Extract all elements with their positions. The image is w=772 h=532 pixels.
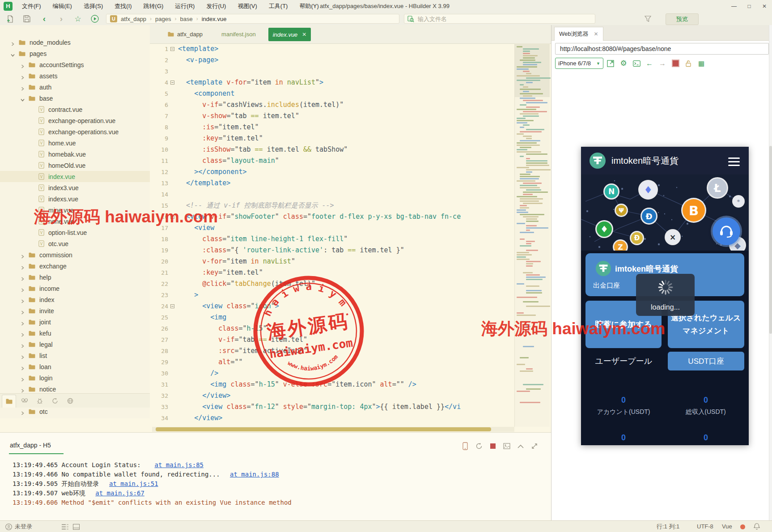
bell-icon[interactable] bbox=[754, 523, 760, 532]
breadcrumb-project[interactable]: atfx_dapp bbox=[121, 16, 146, 22]
chevron-right-icon[interactable] bbox=[21, 275, 25, 280]
tree-item-accountSettings[interactable]: accountSettings bbox=[0, 59, 150, 70]
notification-badge-icon[interactable] bbox=[740, 524, 745, 529]
menu-item-1[interactable]: 编辑(E) bbox=[47, 0, 78, 13]
browser-tab[interactable]: Web浏览器 ✕ bbox=[554, 27, 603, 41]
devtools-console-icon[interactable] bbox=[631, 59, 642, 68]
tree-item-exchange-operations.vue[interactable]: Vexchange-operations.vue bbox=[0, 126, 150, 137]
chevron-right-icon[interactable] bbox=[21, 342, 25, 347]
forward-button[interactable]: › bbox=[56, 14, 66, 24]
run-button[interactable] bbox=[90, 14, 100, 24]
screenshot-icon[interactable] bbox=[502, 442, 512, 451]
menu-item-3[interactable]: 查找(I) bbox=[109, 0, 137, 13]
horizontal-scrollbar[interactable] bbox=[152, 427, 514, 432]
back-button[interactable]: ‹ bbox=[39, 14, 49, 24]
qr-code-icon[interactable]: ▦ bbox=[696, 59, 707, 68]
tree-item-help[interactable]: help bbox=[0, 272, 150, 283]
globe-icon[interactable] bbox=[64, 396, 77, 406]
tree-item-otc.vue[interactable]: Votc.vue bbox=[0, 238, 150, 249]
tree-item-loan[interactable]: loan bbox=[0, 361, 150, 372]
tree-item-legal[interactable]: legal bbox=[0, 339, 150, 350]
maximize-panel-icon[interactable] bbox=[530, 442, 539, 451]
cursor-position[interactable]: 行:1 列:1 bbox=[657, 521, 679, 532]
tree-item-base[interactable]: base bbox=[0, 93, 150, 104]
tab-manifest[interactable]: manifest.json bbox=[219, 25, 259, 43]
stop-loading-icon[interactable] bbox=[670, 59, 681, 68]
tree-item-pages[interactable]: pages bbox=[0, 48, 150, 59]
menu-item-6[interactable]: 发行(U) bbox=[200, 0, 232, 13]
menu-item-2[interactable]: 选择(S) bbox=[78, 0, 109, 13]
sync-refresh-icon[interactable] bbox=[48, 396, 62, 406]
tree-item-commission[interactable]: commission bbox=[0, 249, 150, 260]
chevron-down-icon[interactable] bbox=[21, 96, 25, 101]
navigate-back-icon[interactable]: ← bbox=[644, 59, 655, 68]
search-input[interactable] bbox=[417, 15, 584, 23]
tree-item-auth[interactable]: auth bbox=[0, 81, 150, 93]
outline-list-icon[interactable] bbox=[62, 523, 68, 532]
tree-item-exchange[interactable]: exchange bbox=[0, 260, 150, 272]
tree-item-assets[interactable]: assets bbox=[0, 70, 150, 81]
chevron-right-icon[interactable] bbox=[21, 253, 25, 257]
tree-item-invite[interactable]: invite bbox=[0, 305, 150, 316]
chevron-right-icon[interactable] bbox=[21, 387, 25, 392]
lock-icon[interactable] bbox=[683, 59, 694, 68]
panel-scrollbar-thumb[interactable] bbox=[769, 146, 772, 334]
tab-project[interactable]: atfx_dapp bbox=[165, 25, 205, 43]
tree-item-homeOld.vue[interactable]: VhomeOld.vue bbox=[0, 160, 150, 171]
chevron-right-icon[interactable] bbox=[21, 376, 25, 380]
tree-item-exchange-operation.vue[interactable]: Vexchange-operation.vue bbox=[0, 115, 150, 126]
panel-layout-icon[interactable] bbox=[73, 523, 80, 532]
device-selector[interactable]: iPhone 6/7/8 ▼ bbox=[555, 58, 603, 69]
user-account-icon[interactable] bbox=[5, 523, 12, 530]
tree-item-index[interactable]: index bbox=[0, 294, 150, 305]
hamburger-menu-icon[interactable] bbox=[728, 157, 740, 168]
bookmark-star-icon[interactable]: ☆ bbox=[73, 14, 83, 24]
usdt-account-button[interactable]: USDT口座 bbox=[668, 352, 744, 370]
tree-item-contract.vue[interactable]: Vcontract.vue bbox=[0, 104, 150, 115]
horizontal-scrollbar-thumb[interactable] bbox=[156, 427, 491, 431]
breadcrumb-base[interactable]: base bbox=[180, 16, 193, 22]
chevron-right-icon[interactable] bbox=[21, 409, 25, 414]
project-explorer-icon[interactable] bbox=[2, 395, 16, 408]
tree-item-homebak.vue[interactable]: Vhomebak.vue bbox=[0, 149, 150, 160]
fold-toggle-icon[interactable]: − bbox=[170, 47, 174, 51]
tree-item-indexs.vue[interactable]: Vindexs.vue bbox=[0, 193, 150, 204]
breadcrumb-file[interactable]: index.vue bbox=[202, 16, 227, 22]
encoding-indicator[interactable]: UTF-8 bbox=[697, 521, 713, 532]
tree-item-index.vue[interactable]: Vindex.vue bbox=[0, 171, 150, 182]
chevron-right-icon[interactable] bbox=[21, 320, 25, 324]
language-mode[interactable]: Vue bbox=[722, 521, 732, 532]
phone-device-icon[interactable] bbox=[460, 442, 470, 451]
chevron-right-icon[interactable] bbox=[21, 286, 25, 291]
breadcrumb-pages[interactable]: pages bbox=[155, 16, 171, 22]
chevron-right-icon[interactable] bbox=[21, 264, 25, 268]
chevron-right-icon[interactable] bbox=[21, 85, 25, 89]
new-file-button[interactable] bbox=[5, 14, 15, 24]
menu-item-0[interactable]: 文件(F) bbox=[16, 0, 47, 13]
login-status[interactable]: 未登录 bbox=[15, 521, 32, 532]
menu-item-5[interactable]: 运行(R) bbox=[169, 0, 200, 13]
tree-item-joint[interactable]: joint bbox=[0, 316, 150, 328]
chevron-right-icon[interactable] bbox=[21, 331, 25, 336]
chevron-right-icon[interactable] bbox=[21, 309, 25, 313]
collapse-panel-icon[interactable] bbox=[516, 442, 526, 451]
source-link[interactable]: at main.js:88 bbox=[230, 471, 279, 478]
tab-index-vue-active[interactable]: index.vue ✕ bbox=[268, 28, 311, 41]
tree-item-login[interactable]: login bbox=[0, 372, 150, 383]
user-pool-label[interactable]: ユーザープール bbox=[585, 352, 662, 370]
chevron-down-icon[interactable] bbox=[11, 51, 15, 56]
chevron-right-icon[interactable] bbox=[11, 40, 15, 45]
chevron-right-icon[interactable] bbox=[21, 63, 25, 67]
fold-toggle-icon[interactable]: − bbox=[170, 304, 174, 308]
preview-button[interactable]: 预览 bbox=[666, 13, 699, 25]
open-external-icon[interactable] bbox=[605, 59, 616, 68]
minimap[interactable] bbox=[514, 43, 550, 427]
source-link[interactable]: at main.js:67 bbox=[95, 489, 144, 497]
stop-icon[interactable] bbox=[488, 442, 498, 451]
chevron-right-icon[interactable] bbox=[21, 298, 25, 302]
chevron-right-icon[interactable] bbox=[21, 353, 25, 358]
save-button[interactable] bbox=[22, 14, 32, 24]
tree-item-index3.vue[interactable]: Vindex3.vue bbox=[0, 182, 150, 193]
filter-funnel-icon[interactable] bbox=[643, 14, 653, 24]
tree-item-node_modules[interactable]: node_modules bbox=[0, 37, 150, 48]
